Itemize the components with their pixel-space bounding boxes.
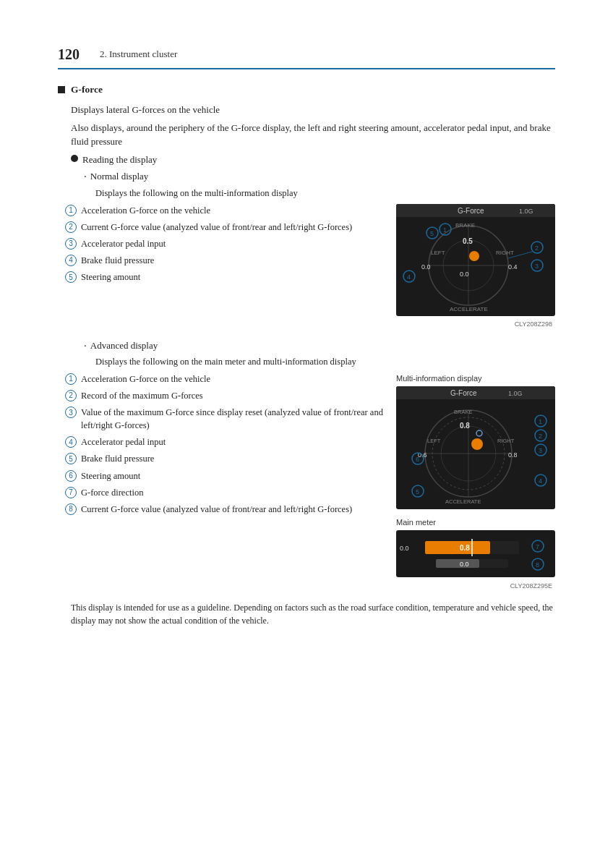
adv-item-4-text: Accelerator pedal input <box>81 435 166 448</box>
svg-text:1: 1 <box>443 226 447 234</box>
svg-text:1.0G: 1.0G <box>508 390 523 397</box>
page: 120 2. Instrument cluster G-force Displa… <box>0 0 613 868</box>
svg-text:0.5: 0.5 <box>463 237 473 245</box>
circle-bullet-icon <box>71 155 78 162</box>
num-circle-4: 4 <box>65 255 77 266</box>
normal-item-1: 1 Acceleration G-force on the vehicle <box>65 204 383 217</box>
svg-text:0.0: 0.0 <box>421 263 431 271</box>
svg-text:2: 2 <box>535 244 539 252</box>
adv-num-3: 3 <box>65 407 77 418</box>
adv-num-4: 4 <box>65 436 77 448</box>
svg-text:0.0: 0.0 <box>460 271 469 278</box>
normal-item-3-text: Accelerator pedal input <box>81 237 166 250</box>
adv-item-6-text: Steering amount <box>81 469 140 482</box>
svg-text:3: 3 <box>535 263 539 270</box>
svg-text:0.0: 0.0 <box>400 545 409 552</box>
adv-item-3: 3 Value of the maximum G-force since dis… <box>65 406 383 432</box>
adv-item-5-text: Brake fluid pressure <box>81 452 154 465</box>
adv-num-1: 1 <box>65 373 77 385</box>
img2-caption: CLY208Z295E <box>396 582 555 593</box>
svg-text:1.0G: 1.0G <box>519 208 533 215</box>
normal-display-desc: Displays the following on the multi-info… <box>95 187 555 200</box>
normal-numbered-list: 1 Acceleration G-force on the vehicle 2 … <box>58 204 383 284</box>
main-meter-svg: 0.8 0.0 0.0 7 8 <box>396 530 555 577</box>
adv-item-6: 6 Steering amount <box>65 469 383 482</box>
page-number: 120 <box>58 43 94 65</box>
svg-text:ACCELERATE: ACCELERATE <box>445 498 481 505</box>
adv-item-1: 1 Acceleration G-force on the vehicle <box>65 373 383 386</box>
adv-item-8: 8 Current G-force value (analyzed value … <box>65 503 383 516</box>
svg-text:G-Force: G-Force <box>450 389 477 397</box>
advanced-display-section: 1 Acceleration G-force on the vehicle 2 … <box>58 373 555 593</box>
adv-item-2: 2 Record of the maximum G-forces <box>65 389 383 402</box>
advanced-display-desc: Displays the following on the main meter… <box>95 355 555 369</box>
chapter-title: 2. Instrument cluster <box>100 47 177 61</box>
normal-item-4-text: Brake fluid pressure <box>81 254 154 267</box>
header-bar: 120 2. Instrument cluster <box>58 43 555 69</box>
adv-item-2-text: Record of the maximum G-forces <box>81 389 203 402</box>
svg-rect-31 <box>396 397 555 399</box>
adv-item-7-text: G-force direction <box>81 486 143 499</box>
svg-text:7: 7 <box>536 543 539 550</box>
svg-text:0.4: 0.4 <box>508 263 518 271</box>
svg-text:0.8: 0.8 <box>460 422 470 430</box>
adv-item-5: 5 Brake fluid pressure <box>65 452 383 465</box>
normal-item-2-text: Current G-force value (analyzed value of… <box>81 221 352 234</box>
advanced-list: 1 Acceleration G-force on the vehicle 2 … <box>58 373 383 519</box>
svg-text:1: 1 <box>539 418 542 425</box>
adv-item-7: 7 G-force direction <box>65 486 383 499</box>
normal-display-section: 1 Acceleration G-force on the vehicle 2 … <box>58 204 555 331</box>
normal-list: 1 Acceleration G-force on the vehicle 2 … <box>58 204 383 288</box>
normal-item-3: 3 Accelerator pedal input <box>65 237 383 250</box>
svg-point-46 <box>471 438 483 450</box>
svg-text:4: 4 <box>407 273 411 281</box>
section-title: G-force <box>71 82 103 97</box>
multi-info-label: Multi-information display <box>396 373 555 385</box>
svg-text:LEFT: LEFT <box>431 250 445 256</box>
normal-item-4: 4 Brake fluid pressure <box>65 254 383 267</box>
section-heading: G-force <box>58 82 555 97</box>
adv-num-7: 7 <box>65 487 77 498</box>
adv-item-3-text: Value of the maximum G-force since displ… <box>81 406 383 432</box>
reading-display-bullet: Reading the display <box>71 153 555 167</box>
num-circle-3: 3 <box>65 238 77 250</box>
num-circle-2: 2 <box>65 221 77 233</box>
reading-label: Reading the display <box>82 153 157 167</box>
svg-text:3: 3 <box>539 447 542 454</box>
svg-text:8: 8 <box>536 561 539 569</box>
num-circle-5: 5 <box>65 271 77 283</box>
adv-num-6: 6 <box>65 470 77 482</box>
adv-item-4: 4 Accelerator pedal input <box>65 435 383 448</box>
adv-item-8-text: Current G-force value (analyzed value of… <box>81 503 352 516</box>
adv-item-1-text: Acceleration G-force on the vehicle <box>81 373 210 386</box>
advanced-multi-svg: G-Force 1.0G LEFT RIGHT BRAKE ACCELERATE <box>396 386 555 509</box>
img1-caption: CLY208Z298 <box>396 320 555 331</box>
advanced-multi-display: G-Force 1.0G LEFT RIGHT BRAKE ACCELERATE <box>396 386 555 514</box>
svg-text:0.8: 0.8 <box>460 544 470 552</box>
svg-text:G-Force: G-Force <box>458 207 484 215</box>
normal-item-5-text: Steering amount <box>81 271 140 284</box>
description2: Also displays, around the periphery of t… <box>71 121 555 149</box>
svg-text:BRAKE: BRAKE <box>454 409 472 415</box>
svg-text:RIGHT: RIGHT <box>496 250 514 256</box>
svg-text:5: 5 <box>430 230 434 237</box>
normal-gforce-svg: G-Force 1.0G LEFT RIGHT BRAKE ACCELERATE <box>396 204 555 316</box>
dash-bullet-icon-2: · <box>84 338 87 354</box>
adv-num-8: 8 <box>65 503 77 515</box>
normal-item-5: 5 Steering amount <box>65 271 383 284</box>
advanced-display-label: Advanced display <box>90 339 158 353</box>
adv-num-2: 2 <box>65 390 77 401</box>
svg-text:LEFT: LEFT <box>427 438 441 444</box>
advanced-display-images: Multi-information display G-Force 1.0G <box>396 373 555 593</box>
normal-item-2: 2 Current G-force value (analyzed value … <box>65 221 383 234</box>
normal-gforce-display: G-Force 1.0G LEFT RIGHT BRAKE ACCELERATE <box>396 204 555 331</box>
adv-num-5: 5 <box>65 453 77 464</box>
svg-text:0.8: 0.8 <box>508 451 518 459</box>
svg-text:ACCELERATE: ACCELERATE <box>450 306 488 312</box>
section-square-icon <box>58 86 65 93</box>
normal-display-label: Normal display <box>90 169 149 184</box>
advanced-main-meter: 0.8 0.0 0.0 7 8 CLY208Z295E <box>396 530 555 592</box>
description1: Displays lateral G-forces on the vehicle <box>71 103 555 117</box>
num-circle-1: 1 <box>65 205 77 216</box>
svg-text:2: 2 <box>539 433 542 440</box>
